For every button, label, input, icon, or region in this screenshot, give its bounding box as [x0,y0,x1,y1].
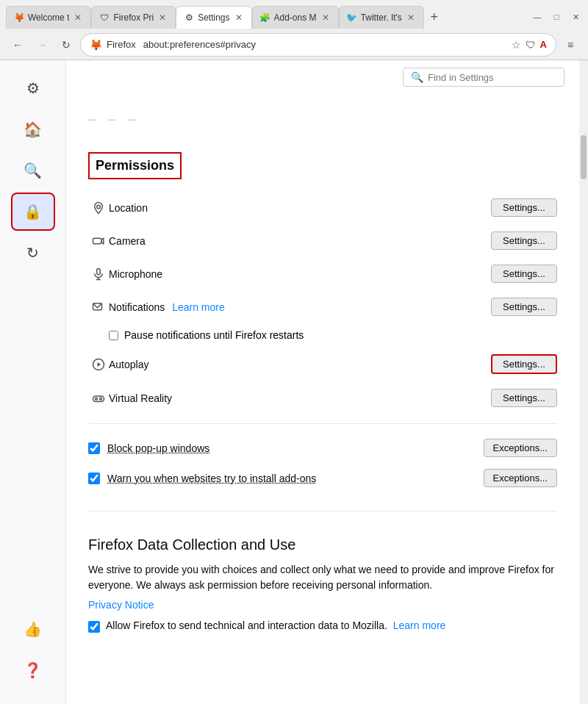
hint-link-3[interactable]: ... [128,112,136,123]
sidebar-item-settings[interactable]: ⚙ [11,69,55,107]
help-icon: ❓ [24,661,42,679]
tab-addons-label: Add-ons M [274,12,317,23]
reload-button[interactable]: ↻ [56,35,76,55]
tab-welcome-close[interactable]: ✕ [73,11,83,24]
location-row: Location Settings... [88,191,557,224]
new-tab-button[interactable]: + [424,7,445,27]
microphone-icon [88,267,109,281]
camera-label: Camera [109,235,491,247]
warn-addons-row: Warn you when websites try to install ad… [88,463,557,493]
pause-notifications-row: Pause notifications until Firefox restar… [88,323,557,347]
pdf-icon[interactable]: A [540,39,547,50]
menu-button[interactable]: ≡ [560,35,581,55]
sidebar-bottom: 👍 ❓ [11,610,55,695]
tab-settings[interactable]: ⚙ Settings ✕ [176,6,251,29]
svg-rect-3 [97,268,101,274]
tab-ff-privacy-icon: 🛡 [99,12,110,23]
home-icon: 🏠 [24,121,42,138]
forward-button[interactable]: → [32,35,52,55]
data-collection-section: Firefox Data Collection and Use We striv… [88,529,557,640]
autoplay-icon [88,358,109,371]
minimize-button[interactable]: — [531,10,544,24]
permissions-section: Permissions Location Settings... [88,152,557,493]
sidebar-item-search[interactable]: 🔍 [11,151,55,190]
tab-twitter-close[interactable]: ✕ [406,11,416,24]
warn-addons-exceptions-button[interactable]: Exceptions... [484,469,557,487]
virtual-reality-row: Virtual Reality Settings... [88,381,557,414]
window-controls: — □ ✕ [531,10,582,24]
sidebar-item-home[interactable]: 🏠 [11,110,55,148]
address-bar[interactable]: 🦊 Firefox about:preferences#privacy ☆ 🛡 … [80,33,556,57]
warn-addons-checkbox[interactable] [88,473,100,484]
block-popups-exceptions-button[interactable]: Exceptions... [484,439,557,457]
find-in-settings-bar[interactable]: 🔍 [403,68,564,87]
hint-link-2[interactable]: ... [108,112,116,123]
notifications-label: Notifications Learn more [109,301,491,313]
notifications-row: Notifications Learn more Settings... [88,290,557,323]
allow-technical-checkbox[interactable] [88,621,100,633]
svg-point-11 [100,398,102,400]
microphone-label: Microphone [109,268,491,280]
block-popups-checkbox[interactable] [88,442,100,454]
content-area: ⚙ 🏠 🔍 🔒 ↻ 👍 ❓ [0,60,588,704]
sidebar-item-lock[interactable]: 🔒 [11,193,55,231]
tab-welcome-label: Welcome t [28,12,69,23]
sidebar-item-thumbsup[interactable]: 👍 [11,610,55,648]
firefox-logo-icon: 🦊 [90,39,102,51]
tab-twitter-icon: 🐦 [347,12,357,23]
search-icon: 🔍 [24,162,42,179]
pause-notifications-checkbox[interactable] [109,331,118,340]
nav-bar: ← → ↻ 🦊 Firefox about:preferences#privac… [0,29,588,60]
data-collection-description: We strive to provide you with choices an… [88,562,557,593]
tab-settings-label: Settings [198,12,229,23]
location-label: Location [109,202,491,214]
privacy-notice-link[interactable]: Privacy Notice [88,599,154,611]
divider-1 [88,423,557,424]
location-settings-button[interactable]: Settings... [491,198,557,217]
notifications-learn-more-link[interactable]: Learn more [172,301,225,313]
vr-icon [88,392,109,405]
tab-settings-icon: ⚙ [184,12,194,23]
url-display: about:preferences#privacy [143,39,507,50]
svg-point-0 [97,205,101,209]
vr-label: Virtual Reality [109,392,491,404]
allow-technical-label: Allow Firefox to send technical and inte… [106,619,445,631]
notifications-icon [88,301,109,314]
maximize-button[interactable]: □ [550,10,563,24]
microphone-settings-button[interactable]: Settings... [491,265,557,283]
shield-icon[interactable]: 🛡 [526,39,536,51]
back-button[interactable]: ← [7,35,28,55]
block-popups-label: Block pop-up windows [107,442,484,454]
bookmark-icon[interactable]: ☆ [512,39,521,51]
tab-ff-privacy[interactable]: 🛡 Firefox Pri ✕ [91,6,176,29]
tab-ff-privacy-close[interactable]: ✕ [157,11,168,24]
autoplay-settings-button[interactable]: Settings... [491,354,557,374]
tab-addons[interactable]: 🧩 Add-ons M ✕ [252,6,339,29]
sidebar: ⚙ 🏠 🔍 🔒 ↻ 👍 ❓ [0,60,66,704]
address-icons: ☆ 🛡 A [512,39,547,51]
scrollbar-thumb[interactable] [581,135,587,179]
tab-welcome[interactable]: 🦊 Welcome t ✕ [6,6,91,29]
tab-twitter-label: Twitter. It's [361,12,402,23]
sidebar-item-refresh[interactable]: ↻ [11,234,55,272]
vr-settings-button[interactable]: Settings... [491,389,557,407]
find-search-icon: 🔍 [411,71,423,83]
tab-twitter[interactable]: 🐦 Twitter. It's ✕ [339,6,424,29]
tab-welcome-icon: 🦊 [14,12,24,23]
camera-row: Camera Settings... [88,224,557,257]
autoplay-label: Autoplay [109,359,491,370]
hint-link-1[interactable]: ... [88,112,96,123]
close-button[interactable]: ✕ [569,10,582,24]
svg-marker-8 [98,362,101,367]
camera-icon [88,234,109,248]
camera-settings-button[interactable]: Settings... [491,231,557,250]
tab-settings-close[interactable]: ✕ [234,11,244,24]
scrollbar[interactable] [579,60,588,704]
find-settings-input[interactable] [428,72,556,83]
allow-technical-learn-more[interactable]: Learn more [393,619,446,631]
sidebar-item-help[interactable]: ❓ [11,651,55,689]
browser-label: Firefox [107,39,136,50]
microphone-row: Microphone Settings... [88,257,557,290]
tab-addons-close[interactable]: ✕ [320,11,331,24]
notifications-settings-button[interactable]: Settings... [491,298,557,316]
